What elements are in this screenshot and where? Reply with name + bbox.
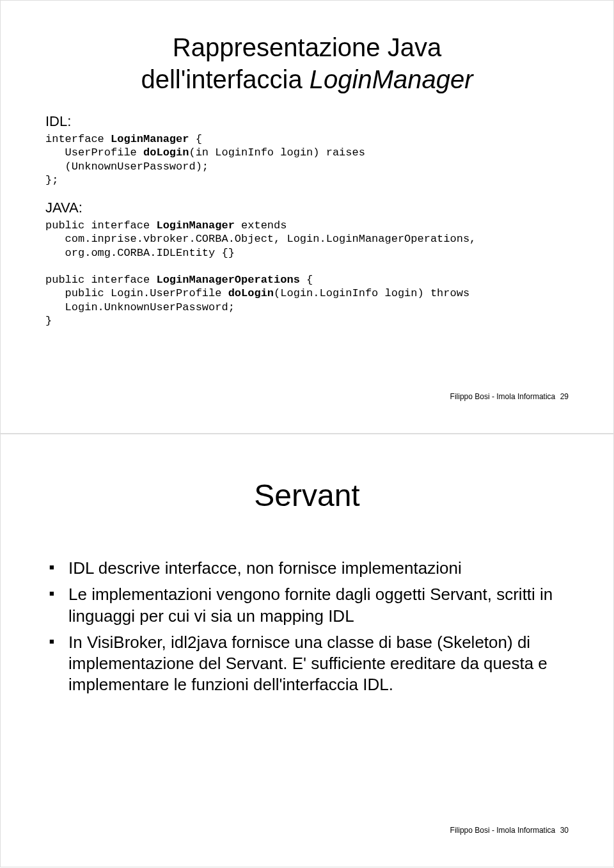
slide-30: Servant IDL descrive interfacce, non for… [0,434,614,867]
title-line-1: Rappresentazione Java [173,33,441,61]
slide-title: Rappresentazione Java dell'interfaccia L… [45,31,569,95]
slide-title: Servant [45,478,569,513]
title-line-2a: dell'interfaccia [141,65,309,93]
slide-footer: Filippo Bosi - Imola Informatica 30 [450,826,569,835]
list-item: IDL descrive interfacce, non fornisce im… [49,558,569,579]
footer-label: Filippo Bosi - Imola Informatica [450,826,556,835]
list-item: In VisiBroker, idl2java fornisce una cla… [49,632,569,696]
idl-code-block: interface LoginManager { UserProfile doL… [45,132,569,187]
footer-label: Filippo Bosi - Imola Informatica [450,392,556,401]
footer-page-number: 30 [560,826,569,835]
slide-footer: Filippo Bosi - Imola Informatica 29 [450,392,569,401]
idl-label: IDL: [45,113,569,130]
bullet-list: IDL descrive interfacce, non fornisce im… [49,558,569,696]
java-label: JAVA: [45,200,569,216]
footer-page-number: 29 [560,392,569,401]
title-line-2b: LoginManager [310,65,473,93]
slide-29: Rappresentazione Java dell'interfaccia L… [0,0,614,434]
list-item: Le implementazioni vengono fornite dagli… [49,584,569,627]
java-code-block: public interface LoginManager extends co… [45,219,569,327]
